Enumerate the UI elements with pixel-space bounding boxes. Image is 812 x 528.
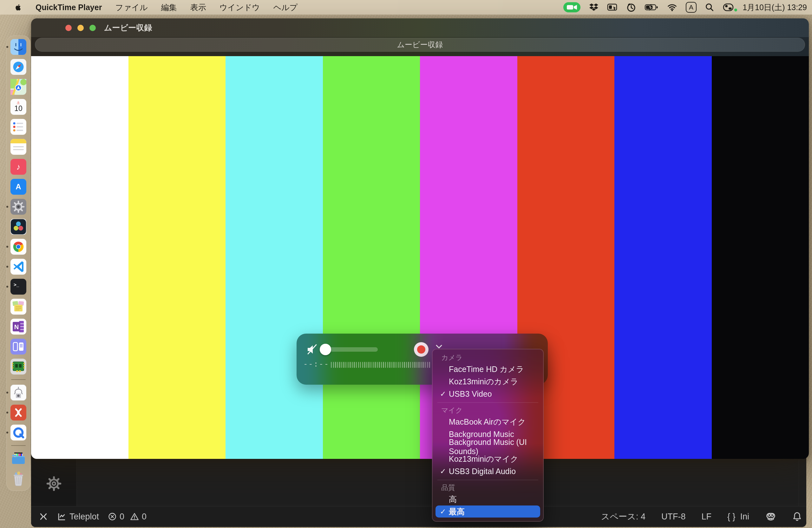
teleplot-status-item[interactable]: Teleplot bbox=[57, 512, 99, 522]
dock-item-trash[interactable] bbox=[11, 471, 26, 486]
colorbar-blue bbox=[614, 56, 712, 459]
menu-item-label: Koz13miniのカメラ bbox=[449, 377, 518, 387]
dock-item-app-store[interactable]: A bbox=[11, 179, 26, 195]
check-icon: ✓ bbox=[440, 508, 449, 516]
meter-bar bbox=[404, 362, 405, 368]
dock-item-apple-configurator[interactable] bbox=[11, 385, 26, 400]
menu-item-macbook-air-mic[interactable]: MacBook Airのマイク bbox=[432, 416, 543, 428]
menu-item-usb3-video[interactable]: ✓USB3 Video bbox=[432, 388, 543, 400]
input-source-icon[interactable]: A bbox=[686, 2, 697, 13]
screen-recording-camera-icon[interactable] bbox=[563, 2, 580, 12]
menu-item-label: USB3 Video bbox=[449, 390, 492, 399]
dock-item-maps[interactable] bbox=[11, 79, 26, 95]
menu-window[interactable]: ウインドウ bbox=[219, 2, 260, 13]
meter-bar bbox=[379, 362, 380, 368]
close-button[interactable] bbox=[66, 25, 72, 31]
menu-item-quality-maximum-selected[interactable]: ✓最高 bbox=[435, 505, 540, 517]
battery-icon[interactable] bbox=[644, 3, 658, 11]
menu-edit[interactable]: 編集 bbox=[161, 2, 177, 13]
svg-text:A: A bbox=[16, 182, 21, 191]
language-mode-label: Ini bbox=[740, 512, 749, 522]
menu-item-facetime-hd-camera[interactable]: FaceTime HD カメラ bbox=[432, 363, 543, 376]
window-title: ムービー収録 bbox=[104, 23, 152, 33]
window-title-bar[interactable]: ムービー収録 bbox=[31, 18, 809, 37]
dock-item-recordings-folder[interactable] bbox=[11, 451, 26, 467]
copilot-icon[interactable] bbox=[765, 511, 777, 522]
eol-status[interactable]: LF bbox=[701, 512, 711, 522]
meter-bar bbox=[366, 362, 367, 368]
colorbar-black bbox=[712, 56, 809, 459]
menu-item-label: FaceTime HD カメラ bbox=[449, 364, 524, 375]
notifications-bell-icon[interactable] bbox=[792, 512, 802, 522]
vscode-status-bar: Teleplot 0 0 スペース: 4 UTF-8 LF { } Ini bbox=[31, 506, 806, 527]
dock-item-system-settings[interactable] bbox=[11, 199, 26, 215]
running-indicator bbox=[6, 392, 8, 394]
dock-item-stickies[interactable] bbox=[11, 299, 26, 314]
meter-bar bbox=[421, 362, 422, 368]
svg-text:10: 10 bbox=[14, 104, 23, 113]
control-center-icon[interactable] bbox=[723, 2, 734, 12]
problems-status-item[interactable]: 0 0 bbox=[108, 512, 147, 522]
menu-item-usb3-digital-audio[interactable]: ✓USB3 Digital Audio bbox=[432, 465, 543, 478]
spotlight-search-icon[interactable] bbox=[705, 3, 714, 12]
meter-bar bbox=[331, 362, 332, 368]
running-indicator bbox=[6, 266, 8, 268]
meter-bar bbox=[358, 362, 359, 368]
dock-item-terminal[interactable]: >_ bbox=[11, 279, 26, 295]
menu-view[interactable]: 表示 bbox=[190, 2, 206, 13]
status-green-dot bbox=[734, 9, 737, 11]
tab-movie-recording[interactable]: ムービー収録 bbox=[35, 38, 805, 52]
sidecar-display-icon[interactable] bbox=[607, 3, 618, 12]
colorbar-green bbox=[323, 56, 420, 459]
dock-item-remote-desktop[interactable] bbox=[11, 405, 26, 421]
dock-item-notes[interactable] bbox=[11, 139, 26, 155]
dock-item-safari[interactable] bbox=[11, 59, 26, 75]
meter-bar bbox=[425, 362, 426, 368]
manage-gear-icon[interactable] bbox=[44, 474, 63, 494]
dock-item-finder[interactable] bbox=[11, 39, 26, 55]
record-button-dot bbox=[417, 345, 425, 354]
menu-file[interactable]: ファイル bbox=[115, 2, 147, 13]
dropbox-icon[interactable] bbox=[589, 3, 598, 12]
volume-slider-track[interactable] bbox=[325, 347, 378, 352]
dock-item-reminders[interactable] bbox=[11, 119, 26, 135]
meter-bar bbox=[406, 362, 407, 368]
wifi-icon[interactable] bbox=[667, 3, 677, 11]
menu-bar-clock[interactable]: 1月10日(土) 13:29 bbox=[742, 2, 807, 13]
brackets-icon: { } bbox=[727, 512, 736, 522]
meter-bar bbox=[389, 362, 390, 368]
dock-item-onenote[interactable]: N bbox=[11, 319, 26, 335]
dock-item-davinci-resolve[interactable] bbox=[11, 219, 26, 235]
svg-text:土: 土 bbox=[16, 101, 20, 104]
meter-bar bbox=[333, 362, 334, 368]
indent-status[interactable]: スペース: 4 bbox=[601, 511, 646, 522]
remote-indicator-icon[interactable] bbox=[39, 512, 48, 521]
menu-item-background-music-ui-sounds[interactable]: Background Music (UI Sounds) bbox=[432, 440, 543, 453]
apple-menu-icon[interactable] bbox=[15, 3, 22, 12]
dock-item-quicktime-player[interactable] bbox=[11, 425, 26, 440]
menu-item-koz13mini-camera[interactable]: Koz13miniのカメラ bbox=[432, 376, 543, 388]
meter-bar bbox=[402, 362, 403, 368]
record-button[interactable] bbox=[414, 342, 429, 357]
zoom-button[interactable] bbox=[89, 25, 96, 31]
time-machine-icon[interactable] bbox=[626, 2, 636, 12]
minimize-button[interactable] bbox=[77, 25, 84, 31]
warning-count: 0 bbox=[142, 512, 147, 522]
mute-speaker-icon[interactable] bbox=[305, 342, 319, 358]
running-indicator bbox=[6, 431, 8, 434]
dock-item-music[interactable]: ♪ bbox=[11, 159, 26, 175]
encoding-status[interactable]: UTF-8 bbox=[661, 512, 686, 522]
dock-item-vscode[interactable] bbox=[11, 259, 26, 275]
dock-divider bbox=[11, 445, 26, 446]
language-mode-status[interactable]: { } Ini bbox=[727, 512, 749, 522]
dock-item-calendar[interactable]: 土10 bbox=[11, 99, 26, 115]
dock-item-circuit-board-app[interactable] bbox=[11, 359, 26, 375]
meter-bar bbox=[348, 362, 349, 368]
menu-item-quality-high[interactable]: 高 bbox=[432, 493, 543, 505]
menu-help[interactable]: ヘルプ bbox=[273, 2, 298, 13]
menu-item-label: MacBook Airのマイク bbox=[449, 417, 526, 427]
menu-app-name[interactable]: QuickTime Player bbox=[35, 3, 102, 12]
volume-slider-knob[interactable] bbox=[320, 344, 331, 355]
dock-item-chrome[interactable] bbox=[11, 239, 26, 255]
dock-item-iphone-mirroring[interactable] bbox=[11, 339, 26, 354]
